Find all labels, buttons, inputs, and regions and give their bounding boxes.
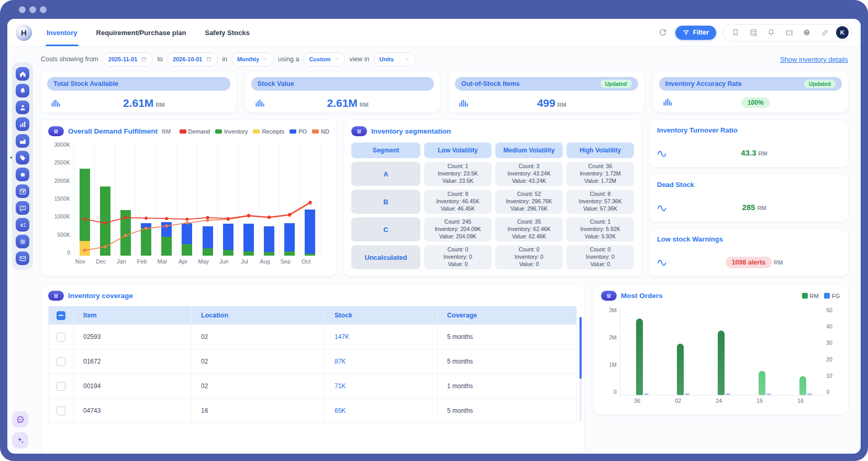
- segmentation-cell: Count: 0Inventory: 0Value: 0: [495, 245, 563, 269]
- row-checkbox[interactable]: [57, 407, 65, 415]
- stock-cell: 87K: [325, 349, 438, 374]
- sidebar-item-notifications[interactable]: [16, 84, 29, 97]
- y-axis-labels: 3000K2500K2000K1500K1000K500K0: [48, 141, 74, 256]
- stock-cell: 71K: [325, 374, 438, 398]
- legend-item-demand: Demand: [180, 128, 210, 135]
- segmentation-cell: Count: 245Inventory: 204.09KValue: 204.0…: [424, 217, 492, 242]
- show-inventory-details-link[interactable]: Show inventory details: [780, 56, 848, 63]
- kpi-value: 2.61MRM: [61, 97, 227, 109]
- legend-swatch: [312, 129, 319, 134]
- left-tick-label: 1M: [609, 361, 617, 368]
- bar-chart-icon: [662, 97, 673, 107]
- stock-value-link[interactable]: 87K: [335, 358, 346, 365]
- coverage-table: ItemLocationStockCoverage0259302147K5 mo…: [48, 306, 577, 423]
- sidebar-item-customer[interactable]: [16, 101, 29, 114]
- legend-swatch: [290, 129, 296, 134]
- sidebar-item-tags[interactable]: [16, 151, 29, 164]
- window-controls[interactable]: [19, 6, 47, 13]
- table-row[interactable]: 016720287K5 months: [49, 349, 576, 374]
- filter-button[interactable]: Filter: [675, 26, 716, 40]
- left-axis-labels: 3M2M1M0: [601, 307, 620, 395]
- app-window: H InventoryRequirement/Purchase planSafe…: [7, 19, 861, 454]
- rm-bar-15: [759, 371, 765, 395]
- segmentation-cell: Count: 8Inventory: 46.45KValue: 46.45K: [424, 190, 492, 214]
- sidebar-item-calendar-share[interactable]: [16, 184, 29, 198]
- sidebar-item-inbox[interactable]: [16, 251, 29, 265]
- segmentation-header-high-volatility: High Volatility: [566, 142, 634, 158]
- row-checkbox-cell: [49, 399, 74, 423]
- select-all-checkbox[interactable]: [57, 311, 65, 320]
- table-row[interactable]: 047431665K5 months: [49, 398, 576, 423]
- row-checkbox[interactable]: [57, 382, 65, 391]
- summary-cards-column: Inventory Turnover Ratio 43.3RM Dead Sto…: [649, 120, 848, 276]
- sidebar-item-analytics[interactable]: [16, 117, 29, 131]
- window-dot[interactable]: [40, 6, 47, 13]
- card-title: Inventory segmentation: [371, 127, 451, 135]
- legend-item-rm: RM: [802, 293, 819, 299]
- location-cell: 16: [192, 399, 325, 423]
- row-checkbox[interactable]: [57, 357, 65, 366]
- window-dot[interactable]: [19, 6, 26, 13]
- to-date-input[interactable]: 2026-10-01: [167, 52, 218, 67]
- sidebar-item-chat-help[interactable]: [16, 201, 29, 215]
- row-checkbox[interactable]: [57, 333, 65, 342]
- sidebar-item-settings[interactable]: [16, 235, 29, 248]
- chevron-down-icon: [334, 57, 339, 62]
- stock-value-link[interactable]: 71K: [335, 382, 346, 390]
- rm-bar-16: [799, 376, 806, 395]
- active-indicator-dot: [10, 157, 12, 158]
- stock-value-link[interactable]: 147K: [335, 333, 349, 341]
- location-cell: 02: [192, 325, 325, 349]
- y-tick-label: 3000K: [54, 141, 70, 148]
- bookmark-icon[interactable]: [729, 26, 742, 39]
- kpi-title: Inventory Accuracy Rate: [665, 80, 742, 87]
- legend-label: Demand: [188, 128, 210, 135]
- legend-item-fg: FG: [824, 293, 840, 299]
- line-series-overlay: [74, 141, 320, 256]
- stock-value-link[interactable]: 65K: [335, 407, 346, 414]
- sidebar-item-home[interactable]: [16, 67, 29, 81]
- fg-bar-36: [644, 393, 649, 395]
- tab-requirement-purchase-plan[interactable]: Requirement/Purchase plan: [96, 19, 186, 46]
- right-tick-label: 0: [826, 389, 829, 395]
- database-icon[interactable]: [747, 26, 760, 39]
- svg-text:€: €: [20, 222, 23, 227]
- view-mode-select[interactable]: Custom: [303, 52, 345, 67]
- user-avatar[interactable]: K: [836, 26, 849, 39]
- card-title: Inventory Turnover Ratio: [657, 126, 840, 134]
- sidebar-item-savings[interactable]: [16, 168, 29, 181]
- card-title: Dead Stock: [657, 181, 840, 189]
- select-all-cell: [49, 306, 74, 324]
- period-select[interactable]: Monthly: [231, 52, 274, 67]
- legend-swatch: [253, 129, 260, 134]
- segmentation-grid: SegmentLow VolatilityMedium VolatilityHi…: [351, 142, 634, 269]
- tab-safety-stocks[interactable]: Safety Stocks: [205, 19, 249, 46]
- ai-sparkles-button[interactable]: [12, 432, 28, 448]
- in-label: in: [222, 56, 227, 63]
- column-header-item: Item: [74, 306, 192, 324]
- sidebar-item-factory[interactable]: [16, 134, 29, 148]
- unit-select[interactable]: Units: [374, 52, 416, 67]
- x-tick-label: 36: [617, 398, 658, 404]
- legend-item-nd: ND: [312, 128, 329, 135]
- link-icon[interactable]: [818, 26, 831, 39]
- card-value: 1098 alertsRM: [669, 257, 840, 267]
- tab-inventory[interactable]: Inventory: [47, 19, 77, 46]
- table-row[interactable]: 001940271K1 months: [49, 374, 576, 398]
- help-icon[interactable]: [800, 26, 813, 39]
- kpi-out-of-stock: Out-of-Stock ItemsUpdated 499RM: [449, 72, 644, 113]
- window-dot[interactable]: [29, 6, 36, 13]
- assistant-chat-button[interactable]: [12, 411, 28, 427]
- legend-label: RM: [810, 293, 819, 299]
- table-row[interactable]: 0259302147K5 months: [49, 324, 576, 349]
- segmentation-cell: Count: 0Inventory: 0Value: 0: [424, 245, 492, 269]
- segmentation-cell: Count: 1Inventory: 5.92KValue: 5.92K: [566, 217, 634, 242]
- from-date-input[interactable]: 2025-11-01: [103, 52, 153, 67]
- table-scrollbar-thumb[interactable]: [580, 317, 582, 379]
- sidebar-item-finance[interactable]: €: [16, 218, 29, 232]
- app-logo[interactable]: H: [16, 25, 32, 41]
- ticket-icon[interactable]: [783, 26, 795, 39]
- kpi-stock-value: Stock Value 2.61MRM: [245, 72, 441, 113]
- refresh-icon[interactable]: [656, 26, 669, 39]
- bell-icon[interactable]: [765, 26, 777, 39]
